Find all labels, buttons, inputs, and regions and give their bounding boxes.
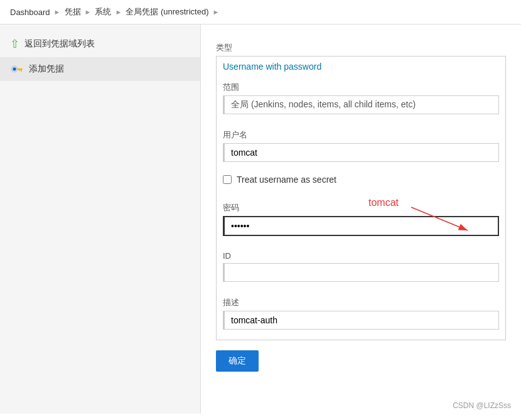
id-group: ID [223,246,499,282]
arrow-up-icon: ⇧ [10,37,19,51]
password-section: 密码 tomcat [223,197,499,236]
watermark: CSDN @LIZzSss [453,401,511,410]
svg-rect-4 [19,70,20,71]
breadcrumb-credentials[interactable]: 凭据 [65,6,81,18]
breadcrumb-system[interactable]: 系统 [95,6,111,18]
svg-point-1 [13,68,16,71]
type-box: Username with password 范围 用户名 [216,56,506,340]
svg-line-6 [411,207,468,230]
sidebar-item-back-label: 返回到凭据域列表 [24,38,95,50]
treat-secret-checkbox[interactable] [223,175,232,184]
id-label: ID [223,246,499,263]
treat-secret-label: Treat username as secret [237,175,336,185]
sidebar-item-add[interactable]: 添加凭据 [0,57,200,81]
breadcrumb-sep-4: ► [212,8,219,16]
svg-rect-3 [21,70,22,72]
username-group: 用户名 [223,124,499,162]
breadcrumb-global[interactable]: 全局凭据 (unrestricted) [126,6,208,18]
id-input[interactable] [223,263,499,282]
description-label: 描述 [223,292,499,311]
inner-form: 范围 用户名 Treat username as secret [217,77,505,330]
username-label: 用户名 [223,124,499,143]
svg-rect-2 [17,68,23,70]
sidebar-item-back[interactable]: ⇧ 返回到凭据域列表 [0,31,200,57]
submit-button[interactable]: 确定 [216,350,259,372]
form-actions: 确定 [216,350,506,372]
scope-group: 范围 [223,77,499,114]
username-input[interactable] [223,143,499,162]
sidebar: ⇧ 返回到凭据域列表 添加凭据 [0,24,201,414]
sidebar-item-add-label: 添加凭据 [29,63,64,75]
breadcrumb-sep-3: ► [115,8,122,16]
description-group: 描述 [223,292,499,330]
key-icon [10,64,24,74]
type-section: 类型 Username with password 范围 用户名 [216,37,506,340]
scope-input[interactable] [223,95,499,114]
breadcrumb-sep-1: ► [54,8,61,16]
breadcrumb-dashboard[interactable]: Dashboard [10,8,50,17]
breadcrumb: Dashboard ► 凭据 ► 系统 ► 全局凭据 (unrestricted… [0,0,521,24]
type-select[interactable]: Username with password [217,57,505,77]
checkbox-row: Treat username as secret [223,172,499,187]
description-input[interactable] [223,311,499,330]
type-label: 类型 [216,37,506,56]
breadcrumb-sep-2: ► [85,8,92,16]
main-content: 类型 Username with password 范围 用户名 [201,24,521,414]
annotation-arrow [392,202,480,237]
scope-label: 范围 [223,77,499,95]
